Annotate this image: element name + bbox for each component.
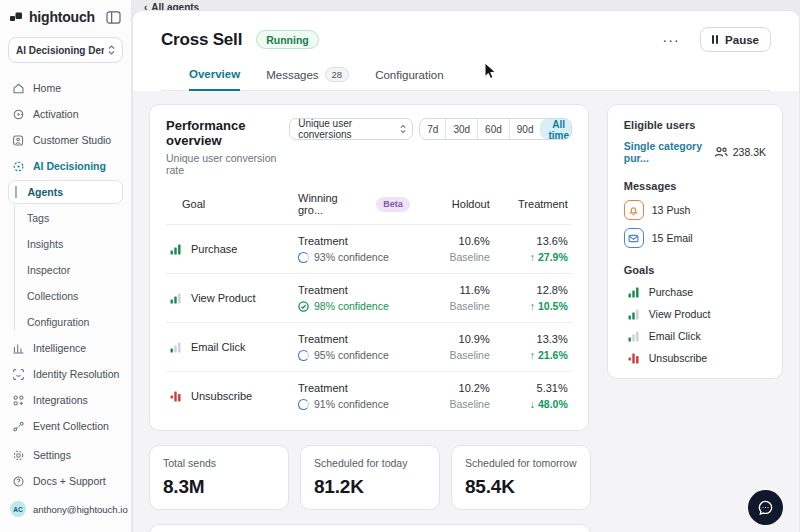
status-badge: Running bbox=[256, 30, 319, 49]
stats-row: Total sends 8.3M Scheduled for today 81.… bbox=[149, 445, 591, 510]
table-row[interactable]: Unsubscribe Treatment 91% confidence 10.… bbox=[166, 371, 572, 420]
agents-subnav: Tags Insights Inspector Collections Conf… bbox=[0, 205, 131, 335]
account-menu[interactable]: AC anthony@hightouch.io bbox=[0, 494, 131, 524]
sidebar-item-label: Customer Studio bbox=[33, 134, 111, 146]
confidence-pending-icon bbox=[298, 252, 309, 263]
eligible-users-card: Eligible users Single category pur... 23… bbox=[607, 104, 783, 379]
sidebar-collapse-icon[interactable] bbox=[106, 11, 121, 24]
goal-email-click-icon bbox=[170, 341, 182, 353]
page-title: Cross Sell bbox=[161, 30, 242, 50]
sidebar-item-collections[interactable]: Collections bbox=[0, 283, 131, 309]
pause-icon bbox=[712, 35, 719, 44]
more-actions-button[interactable]: ··· bbox=[659, 33, 684, 47]
chat-widget-button[interactable] bbox=[748, 490, 783, 525]
range-all-time[interactable]: All time bbox=[540, 119, 571, 139]
activation-icon bbox=[12, 108, 25, 121]
sidebar-item-label: Home bbox=[33, 82, 61, 94]
goal-list-item: Purchase bbox=[624, 286, 766, 298]
sidebar-item-configuration[interactable]: Configuration bbox=[0, 309, 131, 335]
sidebar-item-label: Event Collection bbox=[33, 420, 109, 432]
email-envelope-icon bbox=[624, 228, 644, 248]
push-bell-icon bbox=[624, 200, 644, 220]
sidebar-item-label: Activation bbox=[33, 108, 79, 120]
total-sends-card: Total sends 8.3M bbox=[149, 445, 289, 510]
goal-purchase-icon bbox=[628, 286, 640, 298]
sidebar: hightouch AI Decisioning Demo - ... Home… bbox=[0, 0, 132, 532]
confidence-pending-icon bbox=[298, 399, 309, 410]
scheduled-today-card: Scheduled for today 81.2K bbox=[300, 445, 440, 510]
logo-wordmark: hightouch bbox=[29, 9, 100, 25]
total-sends-value: 8.3M bbox=[163, 476, 275, 498]
sidebar-item-identity-resolution[interactable]: Identity Resolution bbox=[0, 361, 131, 387]
intelligence-icon bbox=[12, 342, 25, 355]
performance-overview-card: Performance overview Unique user convers… bbox=[149, 104, 589, 431]
tree-guide-line bbox=[15, 186, 17, 198]
eligible-users-title: Eligible users bbox=[624, 119, 766, 131]
confidence-pending-icon bbox=[298, 350, 309, 361]
workspace-selector[interactable]: AI Decisioning Demo - ... bbox=[8, 37, 123, 63]
help-icon bbox=[12, 475, 25, 488]
range-90d[interactable]: 90d bbox=[509, 119, 541, 139]
sidebar-item-label: Identity Resolution bbox=[33, 368, 119, 380]
sidebar-item-home[interactable]: Home bbox=[0, 75, 131, 101]
goals-title: Goals bbox=[624, 264, 766, 276]
performance-table: Goal Winning gro...Beta Holdout Treatmen… bbox=[166, 190, 572, 420]
eligible-count: 238.3K bbox=[733, 146, 766, 158]
tab-overview[interactable]: Overview bbox=[189, 67, 240, 91]
event-collection-icon bbox=[12, 420, 25, 433]
sidebar-item-docs-support[interactable]: Docs + Support bbox=[0, 468, 131, 494]
select-stepper-icon bbox=[400, 124, 406, 134]
scheduled-tomorrow-value: 85.4K bbox=[465, 476, 577, 498]
overview-content: Performance overview Unique user convers… bbox=[133, 91, 799, 532]
range-30d[interactable]: 30d bbox=[445, 119, 477, 139]
sends-over-time-card: Sends over time 7d 30d 60d 90d All time … bbox=[149, 524, 591, 532]
goal-list-item: View Product bbox=[624, 308, 766, 320]
sidebar-item-intelligence[interactable]: Intelligence bbox=[0, 335, 131, 361]
table-row[interactable]: Email Click Treatment 95% confidence 10.… bbox=[166, 322, 572, 371]
sidebar-item-activation[interactable]: Activation bbox=[0, 101, 131, 127]
table-row[interactable]: Purchase Treatment 93% confidence 10.6%B… bbox=[166, 224, 572, 273]
sidebar-item-integrations[interactable]: Integrations bbox=[0, 387, 131, 413]
pause-button[interactable]: Pause bbox=[700, 27, 771, 52]
lift-up-arrow: ↑ bbox=[530, 300, 535, 312]
goal-view-product-icon bbox=[170, 292, 182, 304]
sidebar-nav: Home Activation Customer Studio AI Decis… bbox=[0, 73, 131, 532]
sidebar-item-label: Intelligence bbox=[33, 342, 86, 354]
goal-unsubscribe-icon bbox=[628, 352, 640, 364]
performance-range-selector: 7d 30d 60d 90d All time bbox=[419, 118, 572, 140]
sidebar-item-ai-decisioning[interactable]: AI Decisioning bbox=[0, 153, 131, 179]
identity-resolution-icon bbox=[12, 368, 25, 381]
range-60d[interactable]: 60d bbox=[477, 119, 509, 139]
messages-title: Messages bbox=[624, 180, 766, 192]
agent-panel: Cross Sell Running ··· Pause Overview Me… bbox=[132, 10, 800, 532]
range-7d[interactable]: 7d bbox=[420, 119, 445, 139]
table-row[interactable]: View Product Treatment 98% confidence 11… bbox=[166, 273, 572, 322]
goal-view-product-icon bbox=[628, 308, 640, 320]
users-icon bbox=[714, 146, 728, 158]
goal-purchase-icon bbox=[170, 243, 182, 255]
app-root: hightouch AI Decisioning Demo - ... Home… bbox=[0, 0, 800, 532]
scheduled-today-value: 81.2K bbox=[314, 476, 426, 498]
ai-decisioning-icon bbox=[12, 160, 25, 173]
avatar: AC bbox=[10, 501, 26, 517]
tab-configuration[interactable]: Configuration bbox=[375, 67, 443, 90]
hightouch-logo-icon bbox=[10, 11, 23, 24]
sidebar-item-label: AI Decisioning bbox=[33, 160, 106, 172]
tab-messages[interactable]: Messages 28 bbox=[266, 67, 349, 90]
sidebar-item-label: Agents bbox=[28, 186, 64, 198]
sidebar-item-tags[interactable]: Tags bbox=[0, 205, 131, 231]
sidebar-item-agents[interactable]: Agents bbox=[8, 180, 123, 204]
sidebar-item-event-collection[interactable]: Event Collection bbox=[0, 413, 131, 439]
integrations-icon bbox=[12, 394, 25, 407]
sidebar-item-customer-studio[interactable]: Customer Studio bbox=[0, 127, 131, 153]
sidebar-item-settings[interactable]: Settings bbox=[0, 442, 131, 468]
sidebar-item-insights[interactable]: Insights bbox=[0, 231, 131, 257]
goal-list-item: Unsubscribe bbox=[624, 352, 766, 364]
home-icon bbox=[12, 82, 25, 95]
gear-icon bbox=[12, 449, 25, 462]
audience-link[interactable]: Single category pur... bbox=[624, 140, 714, 164]
sidebar-item-inspector[interactable]: Inspector bbox=[0, 257, 131, 283]
select-stepper-icon bbox=[108, 45, 115, 55]
sidebar-item-label: Integrations bbox=[33, 394, 88, 406]
metric-select[interactable]: Unique user conversions bbox=[289, 118, 413, 140]
